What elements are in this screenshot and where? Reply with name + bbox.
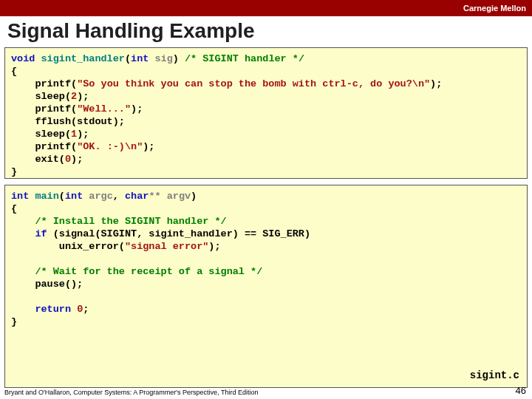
code-block-main: int main(int argc, char** argv) { /* Ins…: [4, 185, 528, 388]
filename-label: sigint.c: [470, 369, 519, 381]
header-bar: Carnegie Mellon: [0, 0, 532, 16]
brand-label: Carnegie Mellon: [463, 4, 526, 13]
page-number: 46: [516, 385, 526, 396]
code-block-handler: void sigint_handler(int sig) /* SIGINT h…: [4, 47, 528, 179]
footer: Bryant and O'Hallaron, Computer Systems:…: [4, 385, 526, 396]
footer-credit: Bryant and O'Hallaron, Computer Systems:…: [4, 389, 258, 396]
code-text-2: int main(int argc, char** argv) { /* Ins…: [5, 185, 527, 332]
slide-title: Signal Handling Example: [0, 16, 532, 47]
code-text-1: void sigint_handler(int sig) /* SIGINT h…: [5, 48, 527, 183]
